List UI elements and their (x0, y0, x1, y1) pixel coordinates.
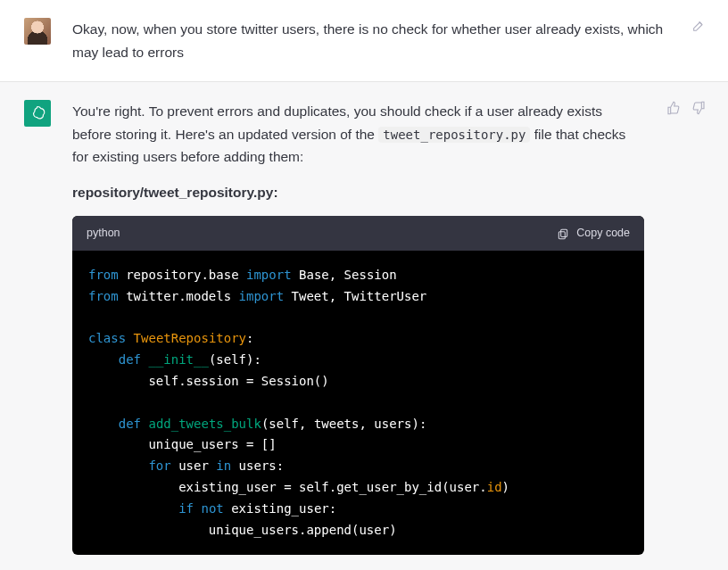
clipboard-icon (557, 227, 569, 240)
assistant-avatar (24, 100, 51, 127)
thumbs-up-icon[interactable] (666, 100, 682, 116)
user-message-row: Okay, now, when you store twitter users,… (0, 0, 728, 82)
inline-code-filename: tweet_repository.py (378, 127, 530, 143)
code-block-header: python Copy code (72, 216, 644, 251)
assistant-message-row: You're right. To prevent errors and dupl… (0, 82, 728, 570)
copy-code-label: Copy code (576, 224, 630, 243)
user-message-text: Okay, now, when you store twitter users,… (72, 18, 669, 63)
assistant-message-actions (666, 100, 707, 555)
user-message-actions (691, 18, 707, 63)
user-message-body: Okay, now, when you store twitter users,… (72, 18, 669, 63)
file-path-label: repository/tweet_repository.py: (72, 181, 644, 204)
code-block: python Copy code from repository.base im… (72, 216, 644, 555)
svg-rect-0 (561, 229, 567, 236)
code-language-label: python (87, 224, 120, 243)
code-content: from repository.base import Base, Sessio… (72, 251, 644, 555)
copy-code-button[interactable]: Copy code (557, 224, 630, 243)
assistant-message-body: You're right. To prevent errors and dupl… (72, 100, 644, 555)
assistant-intro-paragraph: You're right. To prevent errors and dupl… (72, 100, 644, 169)
openai-logo-icon (29, 104, 46, 122)
thumbs-down-icon[interactable] (691, 100, 707, 116)
svg-rect-1 (559, 231, 566, 238)
user-avatar (24, 18, 51, 45)
edit-icon[interactable] (691, 18, 707, 34)
